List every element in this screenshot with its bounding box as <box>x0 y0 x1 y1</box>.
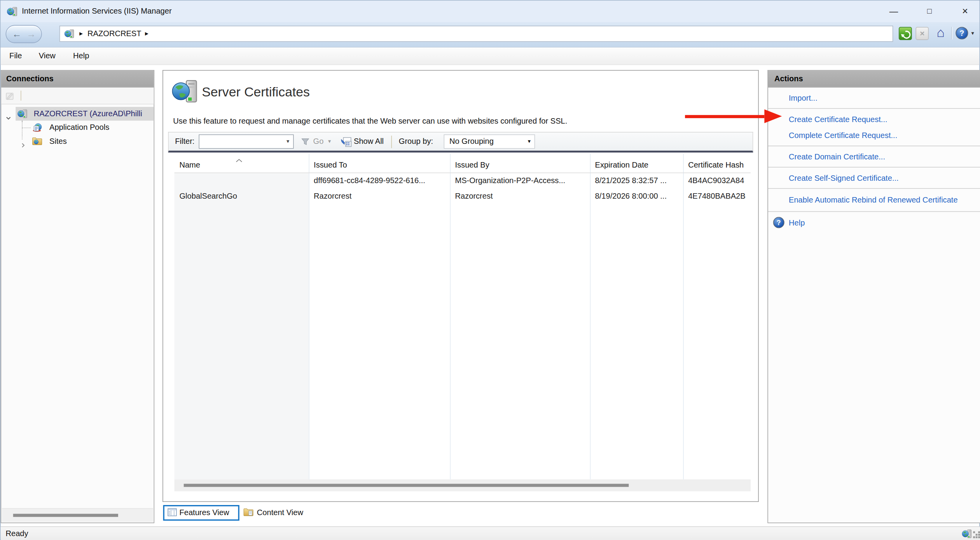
cell-expiration-date: 8/21/2025 8:32:57 ... <box>590 173 683 189</box>
scrollbar-thumb[interactable] <box>184 484 629 487</box>
close-button[interactable]: × <box>950 1 979 22</box>
breadcrumb-arrow-icon[interactable]: ▶ <box>145 26 148 42</box>
table-row[interactable]: GlobalSearchGo Razorcrest Razorcrest 8/1… <box>175 189 751 204</box>
group-by-dropdown[interactable]: No Grouping ▾ <box>444 135 535 149</box>
filter-toolbar: Filter: ▾ Go ▾ <box>168 132 753 152</box>
actions-group: Import... <box>768 87 980 108</box>
actions-group: Enable Automatic Rebind of Renewed Certi… <box>768 188 980 211</box>
tab-label: Features View <box>179 506 229 519</box>
back-icon[interactable]: ← <box>10 26 23 42</box>
breadcrumb-arrow-icon[interactable]: ▶ <box>79 26 83 42</box>
menu-file[interactable]: File <box>9 47 22 64</box>
cell-certificate-hash: 4E7480BABA2B <box>683 189 751 204</box>
title-bar: Internet Information Services (IIS) Mana… <box>1 1 980 22</box>
filter-label: Filter: <box>175 133 194 151</box>
action-import[interactable]: Import... <box>768 90 980 107</box>
tab-label: Content View <box>257 505 303 521</box>
chevron-right-icon[interactable] <box>21 139 26 152</box>
features-view-icon <box>168 508 177 518</box>
back-forward-control: ← → <box>5 25 42 43</box>
refresh-icon[interactable] <box>899 27 912 40</box>
action-enable-automatic-rebind[interactable]: Enable Automatic Rebind of Renewed Certi… <box>768 191 980 209</box>
server-certificates-icon <box>172 78 198 106</box>
menu-view[interactable]: View <box>39 47 56 64</box>
cell-certificate-hash: 4B4AC9032A84 <box>683 173 751 189</box>
tree-node-label[interactable]: Application Pools <box>49 121 154 134</box>
window-title: Internet Information Services (IIS) Mana… <box>22 1 171 22</box>
show-all-icon[interactable] <box>341 137 352 149</box>
toolbar-separator <box>951 27 952 39</box>
help-icon: ? <box>773 217 784 228</box>
connections-panel: Connections <box>1 70 155 523</box>
help-link[interactable]: Help <box>768 215 980 231</box>
iis-status-icon <box>962 529 972 540</box>
certificates-table: Name Issued To Issued By Expiration Date… <box>175 154 751 480</box>
connections-horizontal-scrollbar[interactable] <box>2 508 153 522</box>
maximize-button[interactable]: □ <box>915 1 944 22</box>
cell-issued-to: Razorcrest <box>309 189 450 204</box>
action-complete-certificate-request[interactable]: Complete Certificate Request... <box>768 128 980 144</box>
minimize-button[interactable]: — <box>879 1 908 22</box>
table-row[interactable]: dff69681-cc84-4289-9522-616... MS-Organi… <box>175 173 751 189</box>
chevron-down-icon[interactable]: ▾ <box>286 135 289 148</box>
tree-node-server[interactable]: RAZORCREST (AzureAD\Philli <box>1 107 154 121</box>
menu-help[interactable]: Help <box>73 47 89 64</box>
table-horizontal-scrollbar[interactable] <box>175 479 751 491</box>
go-dropdown-icon[interactable]: ▾ <box>328 133 331 151</box>
action-create-self-signed-certificate[interactable]: Create Self-Signed Certificate... <box>768 170 980 186</box>
cell-issued-by: MS-Organization-P2P-Access... <box>450 173 590 189</box>
iis-manager-window: Internet Information Services (IIS) Mana… <box>0 0 980 540</box>
status-text: Ready <box>5 527 28 540</box>
column-header-expiration-date[interactable]: Expiration Date <box>590 161 683 170</box>
help-dropdown-icon[interactable]: ▾ <box>971 30 974 36</box>
cell-issued-to: dff69681-cc84-4289-9522-616... <box>309 173 450 189</box>
create-connection-icon <box>5 91 15 103</box>
toolbar-separator <box>21 91 21 101</box>
cell-issued-by: Razorcrest <box>450 189 590 204</box>
help-icon[interactable]: ? <box>956 27 968 39</box>
feature-description: Use this feature to request and manage c… <box>173 117 567 126</box>
menu-bar: File View Help <box>1 47 980 65</box>
page-title: Server Certificates <box>202 84 310 100</box>
column-header-certificate-hash[interactable]: Certificate Hash <box>683 161 751 170</box>
action-create-certificate-request[interactable]: Create Certificate Request... <box>768 111 980 128</box>
actions-help-row[interactable]: ? Help <box>768 211 980 234</box>
connections-tree: RAZORCREST (AzureAD\Philli <box>1 104 154 148</box>
column-header-issued-to[interactable]: Issued To <box>309 161 450 170</box>
iis-app-icon <box>7 6 17 19</box>
group-by-label: Group by: <box>399 133 433 151</box>
tab-content-view[interactable]: Content View <box>243 505 318 521</box>
home-icon[interactable]: ⌂ <box>933 24 948 41</box>
breadcrumb-bar[interactable]: ▶ RAZORCREST ▶ <box>59 26 893 42</box>
actions-header: Actions <box>768 71 980 87</box>
cell-expiration-date: 8/19/2026 8:00:00 ... <box>590 189 683 204</box>
server-node-icon <box>65 29 75 41</box>
stop-icon: × <box>915 27 929 40</box>
sorted-column-tint <box>175 173 309 479</box>
resize-grip[interactable] <box>973 531 975 533</box>
filter-input[interactable]: ▾ <box>199 135 293 149</box>
tab-features-view[interactable]: Features View <box>163 505 239 521</box>
tree-node-application-pools[interactable]: Application Pools <box>1 121 154 134</box>
action-create-domain-certificate[interactable]: Create Domain Certificate... <box>768 149 980 165</box>
filter-funnel-icon <box>301 138 309 147</box>
breadcrumb-server[interactable]: RAZORCREST <box>87 26 141 42</box>
tree-node-sites[interactable]: Sites <box>1 135 154 148</box>
forward-icon[interactable]: → <box>25 26 37 42</box>
go-button[interactable]: Go <box>313 133 323 151</box>
app-window: Internet Information Services (IIS) Mana… <box>0 0 980 540</box>
show-all-button[interactable]: Show All <box>354 133 384 151</box>
connections-toolbar <box>1 87 154 104</box>
connections-header: Connections <box>1 71 154 87</box>
tree-node-label[interactable]: RAZORCREST (AzureAD\Philli <box>34 107 154 121</box>
scrollbar-thumb[interactable] <box>13 514 118 517</box>
content-view-icon <box>243 508 253 519</box>
cell-name: GlobalSearchGo <box>175 189 309 204</box>
table-header-row: Name Issued To Issued By Expiration Date… <box>175 154 751 173</box>
tree-node-label[interactable]: Sites <box>49 135 154 148</box>
chevron-down-icon[interactable]: ▾ <box>528 135 531 148</box>
column-header-name[interactable]: Name <box>175 161 309 170</box>
group-by-value: No Grouping <box>449 135 494 148</box>
toolbar-separator <box>391 136 392 148</box>
column-header-issued-by[interactable]: Issued By <box>450 161 590 170</box>
